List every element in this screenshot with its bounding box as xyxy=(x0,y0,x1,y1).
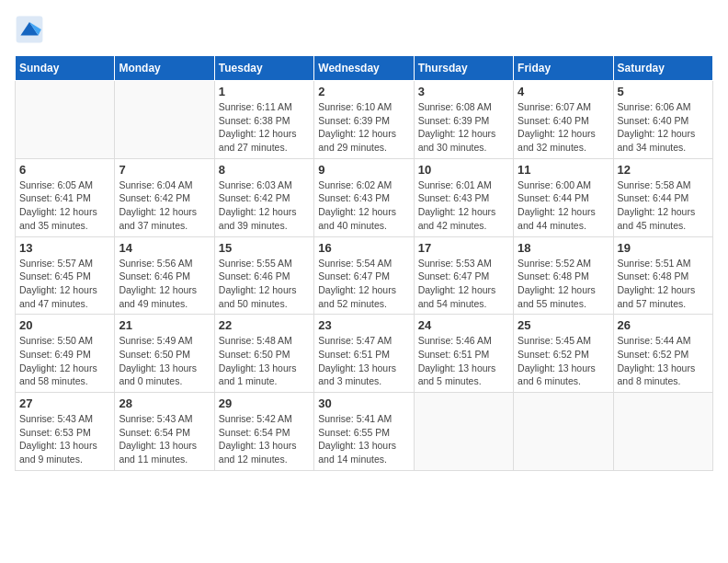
day-info: Sunrise: 6:07 AM Sunset: 6:40 PM Dayligh… xyxy=(518,100,609,155)
calendar-week-1: 1Sunrise: 6:11 AM Sunset: 6:38 PM Daylig… xyxy=(16,81,713,159)
day-info: Sunrise: 6:08 AM Sunset: 6:39 PM Dayligh… xyxy=(418,100,509,155)
day-number: 1 xyxy=(219,85,310,98)
calendar-cell xyxy=(514,393,613,471)
calendar-cell xyxy=(115,81,214,159)
calendar-cell: 6Sunrise: 6:05 AM Sunset: 6:41 PM Daylig… xyxy=(16,158,115,236)
calendar-cell: 3Sunrise: 6:08 AM Sunset: 6:39 PM Daylig… xyxy=(414,81,513,159)
day-number: 18 xyxy=(518,241,609,255)
calendar-cell: 23Sunrise: 5:47 AM Sunset: 6:51 PM Dayli… xyxy=(314,315,414,393)
day-info: Sunrise: 5:47 AM Sunset: 6:51 PM Dayligh… xyxy=(318,334,409,388)
calendar-week-2: 6Sunrise: 6:05 AM Sunset: 6:41 PM Daylig… xyxy=(16,158,713,236)
day-number: 17 xyxy=(418,241,509,255)
calendar-cell: 18Sunrise: 5:52 AM Sunset: 6:48 PM Dayli… xyxy=(514,236,613,315)
calendar-cell: 25Sunrise: 5:45 AM Sunset: 6:52 PM Dayli… xyxy=(514,315,613,393)
calendar-week-4: 20Sunrise: 5:50 AM Sunset: 6:49 PM Dayli… xyxy=(16,315,713,393)
day-number: 4 xyxy=(518,85,609,98)
logo xyxy=(15,15,48,44)
day-header-thursday: Thursday xyxy=(414,56,513,81)
calendar-week-5: 27Sunrise: 5:43 AM Sunset: 6:53 PM Dayli… xyxy=(16,393,713,471)
logo-icon xyxy=(15,15,44,44)
calendar-cell: 5Sunrise: 6:06 AM Sunset: 6:40 PM Daylig… xyxy=(613,81,712,159)
day-number: 27 xyxy=(19,396,110,410)
calendar-cell: 14Sunrise: 5:56 AM Sunset: 6:46 PM Dayli… xyxy=(115,236,214,315)
day-info: Sunrise: 5:44 AM Sunset: 6:52 PM Dayligh… xyxy=(618,334,709,388)
day-number: 13 xyxy=(19,241,110,255)
day-info: Sunrise: 5:51 AM Sunset: 6:48 PM Dayligh… xyxy=(618,257,709,311)
calendar-cell: 7Sunrise: 6:04 AM Sunset: 6:42 PM Daylig… xyxy=(115,158,214,236)
day-number: 14 xyxy=(119,241,210,255)
day-number: 6 xyxy=(19,163,110,177)
calendar-cell: 12Sunrise: 5:58 AM Sunset: 6:44 PM Dayli… xyxy=(613,158,712,236)
day-header-friday: Friday xyxy=(514,56,613,81)
calendar-cell xyxy=(414,393,513,471)
calendar-cell: 15Sunrise: 5:55 AM Sunset: 6:46 PM Dayli… xyxy=(214,236,313,315)
calendar-cell: 19Sunrise: 5:51 AM Sunset: 6:48 PM Dayli… xyxy=(613,236,712,315)
calendar-cell: 10Sunrise: 6:01 AM Sunset: 6:43 PM Dayli… xyxy=(414,158,513,236)
calendar-cell: 11Sunrise: 6:00 AM Sunset: 6:44 PM Dayli… xyxy=(514,158,613,236)
calendar-cell: 20Sunrise: 5:50 AM Sunset: 6:49 PM Dayli… xyxy=(16,315,115,393)
calendar-header-row: SundayMondayTuesdayWednesdayThursdayFrid… xyxy=(16,56,713,81)
day-info: Sunrise: 6:11 AM Sunset: 6:38 PM Dayligh… xyxy=(219,100,310,155)
day-info: Sunrise: 5:42 AM Sunset: 6:54 PM Dayligh… xyxy=(219,412,310,466)
calendar-cell: 27Sunrise: 5:43 AM Sunset: 6:53 PM Dayli… xyxy=(16,393,115,471)
calendar-cell xyxy=(16,81,115,159)
day-number: 11 xyxy=(518,163,609,177)
calendar-cell: 22Sunrise: 5:48 AM Sunset: 6:50 PM Dayli… xyxy=(214,315,313,393)
day-info: Sunrise: 5:48 AM Sunset: 6:50 PM Dayligh… xyxy=(219,334,310,388)
day-header-saturday: Saturday xyxy=(613,56,712,81)
day-info: Sunrise: 5:43 AM Sunset: 6:53 PM Dayligh… xyxy=(19,412,110,466)
day-header-tuesday: Tuesday xyxy=(214,56,313,81)
calendar-cell: 28Sunrise: 5:43 AM Sunset: 6:54 PM Dayli… xyxy=(115,393,214,471)
day-header-wednesday: Wednesday xyxy=(314,56,414,81)
day-number: 12 xyxy=(618,163,709,177)
day-number: 28 xyxy=(119,396,210,410)
day-number: 30 xyxy=(318,396,409,410)
day-info: Sunrise: 6:02 AM Sunset: 6:43 PM Dayligh… xyxy=(318,178,409,233)
calendar-cell: 1Sunrise: 6:11 AM Sunset: 6:38 PM Daylig… xyxy=(214,81,313,159)
page-header xyxy=(15,15,713,44)
day-info: Sunrise: 5:41 AM Sunset: 6:55 PM Dayligh… xyxy=(318,412,409,466)
day-info: Sunrise: 6:04 AM Sunset: 6:42 PM Dayligh… xyxy=(119,178,210,233)
day-number: 25 xyxy=(518,318,609,332)
day-number: 22 xyxy=(219,318,310,332)
calendar-cell: 26Sunrise: 5:44 AM Sunset: 6:52 PM Dayli… xyxy=(613,315,712,393)
day-info: Sunrise: 6:00 AM Sunset: 6:44 PM Dayligh… xyxy=(518,178,609,233)
calendar-cell: 2Sunrise: 6:10 AM Sunset: 6:39 PM Daylig… xyxy=(314,81,414,159)
day-number: 15 xyxy=(219,241,310,255)
day-info: Sunrise: 5:54 AM Sunset: 6:47 PM Dayligh… xyxy=(318,257,409,311)
day-info: Sunrise: 6:06 AM Sunset: 6:40 PM Dayligh… xyxy=(618,100,709,155)
day-info: Sunrise: 5:53 AM Sunset: 6:47 PM Dayligh… xyxy=(418,257,509,311)
day-info: Sunrise: 5:43 AM Sunset: 6:54 PM Dayligh… xyxy=(119,412,210,466)
day-info: Sunrise: 5:50 AM Sunset: 6:49 PM Dayligh… xyxy=(19,334,110,388)
calendar-cell: 29Sunrise: 5:42 AM Sunset: 6:54 PM Dayli… xyxy=(214,393,313,471)
calendar-cell: 16Sunrise: 5:54 AM Sunset: 6:47 PM Dayli… xyxy=(314,236,414,315)
day-number: 5 xyxy=(618,85,709,98)
day-number: 9 xyxy=(318,163,409,177)
day-number: 16 xyxy=(318,241,409,255)
calendar-cell: 21Sunrise: 5:49 AM Sunset: 6:50 PM Dayli… xyxy=(115,315,214,393)
day-info: Sunrise: 5:46 AM Sunset: 6:51 PM Dayligh… xyxy=(418,334,509,388)
calendar-table: SundayMondayTuesdayWednesdayThursdayFrid… xyxy=(15,55,713,471)
day-number: 21 xyxy=(119,318,210,332)
day-info: Sunrise: 5:45 AM Sunset: 6:52 PM Dayligh… xyxy=(518,334,609,388)
day-number: 29 xyxy=(219,396,310,410)
day-info: Sunrise: 6:03 AM Sunset: 6:42 PM Dayligh… xyxy=(219,178,310,233)
day-number: 3 xyxy=(418,85,509,98)
day-info: Sunrise: 5:57 AM Sunset: 6:45 PM Dayligh… xyxy=(19,257,110,311)
day-header-sunday: Sunday xyxy=(16,56,115,81)
day-number: 24 xyxy=(418,318,509,332)
calendar-cell: 24Sunrise: 5:46 AM Sunset: 6:51 PM Dayli… xyxy=(414,315,513,393)
day-number: 26 xyxy=(618,318,709,332)
calendar-week-3: 13Sunrise: 5:57 AM Sunset: 6:45 PM Dayli… xyxy=(16,236,713,315)
calendar-cell: 30Sunrise: 5:41 AM Sunset: 6:55 PM Dayli… xyxy=(314,393,414,471)
day-info: Sunrise: 5:55 AM Sunset: 6:46 PM Dayligh… xyxy=(219,257,310,311)
calendar-cell: 8Sunrise: 6:03 AM Sunset: 6:42 PM Daylig… xyxy=(214,158,313,236)
day-number: 19 xyxy=(618,241,709,255)
day-number: 7 xyxy=(119,163,210,177)
day-number: 23 xyxy=(318,318,409,332)
day-info: Sunrise: 6:01 AM Sunset: 6:43 PM Dayligh… xyxy=(418,178,509,233)
day-info: Sunrise: 5:56 AM Sunset: 6:46 PM Dayligh… xyxy=(119,257,210,311)
day-info: Sunrise: 6:10 AM Sunset: 6:39 PM Dayligh… xyxy=(318,100,409,155)
calendar-cell: 17Sunrise: 5:53 AM Sunset: 6:47 PM Dayli… xyxy=(414,236,513,315)
day-info: Sunrise: 5:49 AM Sunset: 6:50 PM Dayligh… xyxy=(119,334,210,388)
